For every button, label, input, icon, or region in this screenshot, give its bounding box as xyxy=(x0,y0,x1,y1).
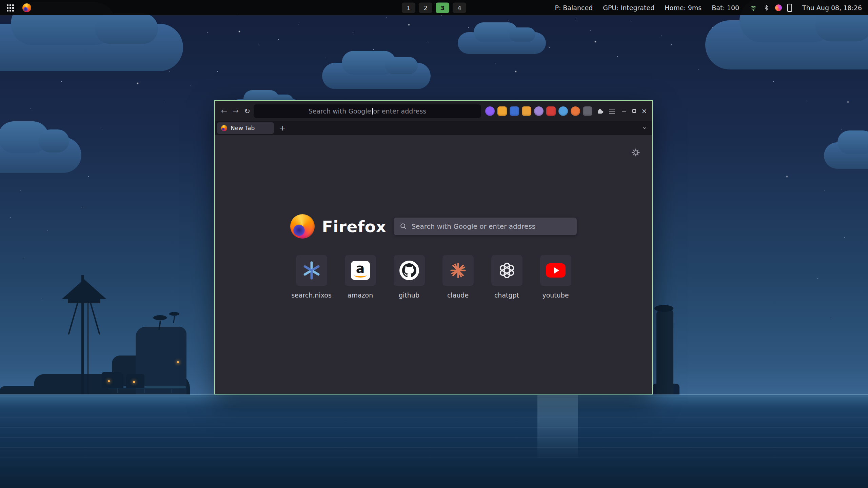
tab-title: New Tab xyxy=(231,125,255,131)
shortcut-github[interactable]: github xyxy=(394,255,425,299)
wallpaper-hut xyxy=(102,372,123,388)
topbar-status: P: Balanced GPU: Integrated Home: 9ms Ba… xyxy=(555,4,862,12)
wallpaper-window-light xyxy=(177,361,179,363)
wallpaper-island-left xyxy=(0,271,210,394)
wallpaper-palm-tree xyxy=(153,315,167,330)
clock[interactable]: Thu Aug 08, 18:26 xyxy=(802,4,862,12)
firefox-window: ← → ↻ Search with Google or enter addres… xyxy=(214,100,653,394)
wallpaper-cloud xyxy=(458,32,546,54)
window-controls: × xyxy=(619,107,649,116)
youtube-play-icon xyxy=(546,263,566,278)
wallpaper-island-right xyxy=(652,298,683,394)
menu-hamburger-icon[interactable] xyxy=(607,106,617,116)
shortcut-label: search.nixos xyxy=(291,291,332,299)
newtab-search-placeholder: Search with Google or enter address xyxy=(411,222,535,230)
shortcut-label: youtube xyxy=(542,291,569,299)
desktop: 1 2 3 4 P: Balanced GPU: Integrated Home… xyxy=(0,0,868,488)
extension-icon-3[interactable] xyxy=(510,106,519,116)
nixos-snowflake-icon xyxy=(302,261,321,280)
extension-icon-9[interactable] xyxy=(583,106,592,116)
wallpaper-cloud xyxy=(322,63,431,89)
tab-new-tab[interactable]: New Tab xyxy=(217,122,274,134)
firefox-hero: Firefox Search with Google or enter addr… xyxy=(215,214,652,239)
apps-grid-icon[interactable] xyxy=(6,4,14,12)
firefox-favicon xyxy=(221,125,227,131)
wallpaper-window-light xyxy=(108,380,110,382)
wallpaper-cloud xyxy=(705,20,868,69)
workspace-2[interactable]: 2 xyxy=(419,2,432,13)
new-tab-button[interactable]: + xyxy=(277,123,288,133)
maximize-button[interactable] xyxy=(630,107,638,116)
color-profile-icon xyxy=(775,4,782,11)
github-octocat-icon xyxy=(399,261,419,280)
url-bar-placeholder: Search with Google or enter address xyxy=(309,107,427,115)
wallpaper-waves xyxy=(0,396,868,464)
workspace-3[interactable]: 3 xyxy=(436,2,449,13)
extensions-puzzle-icon[interactable] xyxy=(596,106,605,116)
url-bar[interactable]: Search with Google or enter address xyxy=(254,104,481,118)
shortcut-label: github xyxy=(399,291,419,299)
shortcut-label: amazon xyxy=(348,291,373,299)
search-icon xyxy=(400,223,407,230)
wallpaper-palm-tree xyxy=(169,312,180,323)
firefox-launcher-icon[interactable] xyxy=(22,3,31,12)
bluetooth-icon xyxy=(763,4,770,12)
claude-starburst-icon xyxy=(449,261,467,280)
new-tab-page: Firefox Search with Google or enter addr… xyxy=(215,135,652,394)
shortcut-label: chatgpt xyxy=(494,291,519,299)
back-button[interactable]: ← xyxy=(218,105,230,117)
status-ping: Home: 9ms xyxy=(665,4,702,12)
extension-icon-5[interactable] xyxy=(534,106,544,116)
wallpaper-cloud xyxy=(0,24,183,71)
shortcut-tiles: search.nixos a amazon xyxy=(215,255,652,299)
shortcut-youtube[interactable]: youtube xyxy=(540,255,571,299)
browser-toolbar: ← → ↻ Search with Google or enter addres… xyxy=(215,101,652,121)
extension-icon-2[interactable] xyxy=(497,106,507,116)
wallpaper-window-light xyxy=(133,381,135,383)
status-battery: Bat: 100 xyxy=(712,4,739,12)
chatgpt-knot-icon xyxy=(498,262,516,279)
topbar-left xyxy=(6,3,31,12)
minimize-button[interactable] xyxy=(619,107,628,116)
workspace-4[interactable]: 4 xyxy=(453,2,466,13)
shortcut-search-nixos[interactable]: search.nixos xyxy=(296,255,327,299)
status-power-profile: P: Balanced xyxy=(555,4,593,12)
wallpaper-cloud xyxy=(824,142,868,169)
status-icons xyxy=(749,4,792,12)
extension-toolbar xyxy=(485,106,592,116)
shortcut-amazon[interactable]: a amazon xyxy=(345,255,376,299)
amazon-icon: a xyxy=(351,261,370,280)
text-caret xyxy=(372,108,373,115)
workspace-1[interactable]: 1 xyxy=(402,2,415,13)
firefox-logo xyxy=(290,214,315,239)
extension-icon-1[interactable] xyxy=(485,106,495,116)
shortcut-chatgpt[interactable]: chatgpt xyxy=(491,255,522,299)
wifi-icon xyxy=(749,4,757,12)
newtab-search-input[interactable]: Search with Google or enter address xyxy=(394,218,577,235)
workspace-switcher: 1 2 3 4 xyxy=(402,2,466,13)
phone-icon xyxy=(787,4,792,12)
firefox-wordmark: Firefox xyxy=(322,217,387,236)
status-gpu: GPU: Integrated xyxy=(603,4,654,12)
forward-button[interactable]: → xyxy=(230,105,241,117)
shortcut-claude[interactable]: claude xyxy=(442,255,474,299)
tab-bar: New Tab + xyxy=(215,121,652,135)
extension-icon-4[interactable] xyxy=(522,106,531,116)
wallpaper-cloud xyxy=(0,137,81,173)
tab-list-chevron-icon[interactable] xyxy=(642,125,647,131)
extension-icon-7[interactable] xyxy=(558,106,568,116)
reload-button[interactable]: ↻ xyxy=(241,105,253,117)
extension-icon-8[interactable] xyxy=(571,106,580,116)
extension-icon-6[interactable] xyxy=(546,106,556,116)
wallpaper-hut xyxy=(126,374,144,388)
topbar: 1 2 3 4 P: Balanced GPU: Integrated Home… xyxy=(0,0,868,15)
shortcut-label: claude xyxy=(447,291,469,299)
personalize-gear-icon[interactable] xyxy=(631,148,640,158)
close-button[interactable]: × xyxy=(640,107,649,116)
